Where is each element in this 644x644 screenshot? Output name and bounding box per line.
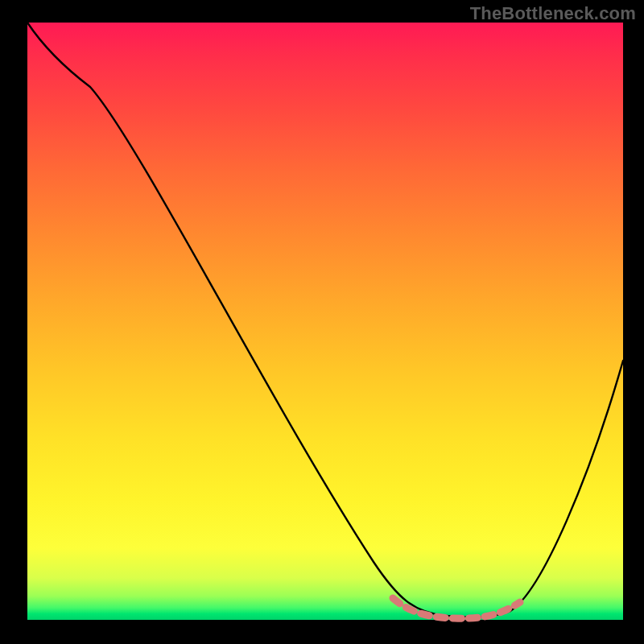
plot-area — [27, 23, 623, 620]
chart-wrapper: TheBottleneck.com — [0, 0, 644, 644]
watermark-text: TheBottleneck.com — [470, 3, 636, 24]
chart-svg — [27, 23, 623, 620]
bottleneck-curve — [27, 23, 623, 617]
bottom-highlight — [393, 598, 520, 618]
